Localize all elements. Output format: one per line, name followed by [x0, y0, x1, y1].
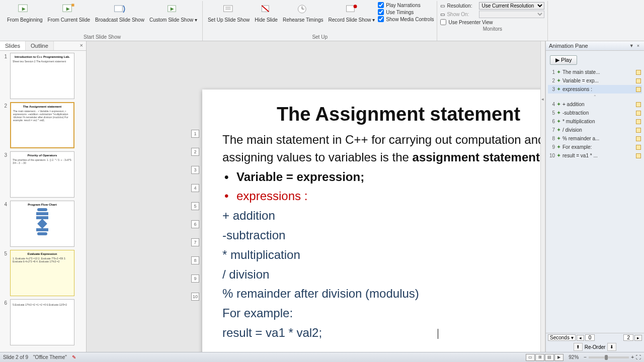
rehearse-button[interactable]: Rehearse Timings [281, 1, 326, 24]
anim-duration-bar [636, 119, 641, 124]
clock-icon [295, 2, 311, 16]
anim-marker[interactable]: 7 [191, 238, 199, 246]
anim-item[interactable]: 8✦% remainder a... [548, 134, 642, 143]
resolution-label: Resolution: [447, 3, 477, 9]
anim-marker[interactable]: 4 [191, 184, 199, 192]
slides-list[interactable]: 1Introduction to C++ Programming Lab.She… [0, 51, 86, 352]
star-icon: ✦ [556, 86, 561, 93]
line-result: result = va1 * val2; [222, 324, 540, 342]
tab-outline[interactable]: Outline [26, 41, 54, 50]
anim-pane-dropdown[interactable]: ▼ [628, 43, 635, 48]
reading-view-button[interactable]: ▤ [545, 354, 554, 361]
svg-rect-5 [114, 6, 122, 12]
anim-item[interactable]: 10✦result = va1 * ... [548, 151, 642, 160]
slide-thumb-item[interactable]: 5Evaluate Expression1. Evaluate 4+2*3 =1… [2, 250, 84, 296]
anim-item[interactable]: 5✦-subtraction [548, 109, 642, 117]
timeline-next[interactable]: ▸ [634, 335, 642, 341]
anim-marker[interactable]: 1 [191, 130, 199, 138]
slide-body[interactable]: The main statement in C++ for carrying o… [222, 131, 540, 342]
from-beginning-button[interactable]: From Beginning [5, 1, 45, 24]
spellcheck-icon[interactable]: ✎ [72, 354, 76, 360]
zoom-slider[interactable] [589, 356, 629, 358]
star-icon: ✦ [556, 118, 561, 125]
zoom-out[interactable]: − [584, 354, 587, 360]
hide-icon [258, 2, 274, 16]
anim-marker[interactable]: 2 [191, 148, 199, 156]
record-button[interactable]: Record Slide Show ▾ [327, 1, 377, 24]
star-icon: ✦ [556, 110, 561, 116]
anim-item[interactable]: 2✦Variable = exp... [548, 76, 642, 85]
bullet-var-expr: Variable = expression; [222, 168, 540, 186]
reorder-label: Re-Order [585, 344, 606, 350]
slide-title[interactable]: The Assignment statement [222, 104, 540, 125]
anim-item[interactable]: 9✦For example: [548, 143, 642, 151]
anim-duration-bar [636, 128, 641, 133]
ribbon-group-monitors: ▭ Resolution: Use Current Resolution ▭ S… [437, 1, 548, 41]
slide-counter: Slide 2 of 9 [3, 354, 28, 360]
zoom-fit[interactable]: ⛶ [636, 354, 641, 360]
sorter-view-button[interactable]: ⊞ [535, 354, 544, 361]
anim-marker[interactable]: 8 [191, 256, 199, 264]
zoom-in[interactable]: + [631, 354, 634, 360]
anim-list[interactable]: 1✦The main state...2✦Variable = exp...3✦… [546, 67, 644, 333]
play-button[interactable]: ▶ Play [550, 55, 577, 65]
slide-thumb-item[interactable]: 4Program Flow Chart [2, 201, 84, 247]
show-media-check[interactable]: Show Media Controls [378, 16, 434, 22]
from-current-button[interactable]: From Current Slide [46, 1, 92, 24]
timeline-end: 2 [623, 334, 633, 341]
collapse-strip[interactable] [540, 41, 545, 352]
zoom-level[interactable]: 92% [569, 354, 579, 360]
slide-editor[interactable]: 12345678910 The Assignment statement The… [87, 41, 540, 352]
custom-show-button[interactable]: Custom Slide Show ▾ [147, 1, 199, 24]
slide-thumb-item[interactable]: 1Introduction to C++ Programming Lab.She… [2, 53, 84, 99]
anim-item[interactable]: 6✦* multiplication [548, 117, 642, 126]
anim-expand-icon[interactable]: ⌃ [548, 94, 642, 100]
custom-show-icon [165, 2, 181, 16]
timeline-prev[interactable]: ◂ [577, 335, 584, 341]
anim-marker[interactable]: 10 [191, 293, 199, 301]
seconds-button[interactable]: Seconds ▾ [548, 334, 576, 341]
play-narrations-check[interactable]: Play Narrations [378, 2, 434, 8]
text-cursor [438, 329, 438, 339]
anim-item[interactable]: 4✦+ addition [548, 100, 642, 109]
anim-marker[interactable]: 6 [191, 220, 199, 228]
reorder-down[interactable]: ⬇ [607, 343, 616, 351]
anim-marker[interactable]: 9 [191, 275, 199, 283]
anim-item[interactable]: 1✦The main state... [548, 68, 642, 76]
showon-label: Show On: [447, 12, 477, 17]
hide-slide-button[interactable]: Hide Slide [253, 1, 280, 24]
slideshow-view-button[interactable]: ▶ [554, 354, 564, 361]
anim-marker[interactable]: 3 [191, 166, 199, 174]
showon-select[interactable] [479, 11, 544, 18]
anim-marker[interactable]: 5 [191, 202, 199, 210]
main-area: Slides Outline × 1Introduction to C++ Pr… [0, 41, 644, 352]
anim-duration-bar [636, 136, 641, 141]
presenter-view-check[interactable]: Use Presenter View [440, 19, 544, 25]
anim-pane-close[interactable]: × [635, 43, 641, 48]
view-buttons: ▭ ⊞ ▤ ▶ [526, 354, 564, 361]
use-timings-check[interactable]: Use Timings [378, 9, 434, 15]
setup-show-button[interactable]: Set Up Slide Show [206, 1, 252, 24]
anim-pane-header: Animation Pane ▼ × [546, 41, 644, 51]
tab-slides[interactable]: Slides [0, 41, 26, 50]
anim-item[interactable]: 3✦expressions : [548, 85, 642, 94]
slides-panel: Slides Outline × 1Introduction to C++ Pr… [0, 41, 87, 352]
broadcast-button[interactable]: Broadcast Slide Show [93, 1, 146, 24]
slide-canvas[interactable]: The Assignment statement The main statem… [202, 89, 540, 352]
ribbon: From Beginning From Current Slide Broadc… [0, 0, 644, 41]
timeline-start: 0 [585, 334, 595, 341]
resolution-select[interactable]: Use Current Resolution [479, 2, 544, 10]
normal-view-button[interactable]: ▭ [526, 354, 535, 361]
animation-pane: Animation Pane ▼ × ▶ Play 1✦The main sta… [545, 41, 644, 352]
slide-thumb-item[interactable]: 65.Evaluate 17%3 =2 =1 =2 =0 6.Evaluate … [2, 299, 84, 345]
slides-panel-close[interactable]: × [77, 41, 86, 50]
anim-duration-bar [636, 102, 641, 107]
ribbon-group-start: From Beginning From Current Slide Broadc… [2, 1, 203, 41]
anim-item[interactable]: 7✦/ division [548, 126, 642, 134]
slide-thumb-item[interactable]: 3Priority of OperatorsThe priorities of … [2, 151, 84, 198]
slide-thumb-item[interactable]: 2The Assignment statementThe main statem… [2, 102, 84, 148]
line-addition: + addition [222, 207, 540, 225]
reorder-up[interactable]: ⬆ [574, 343, 583, 351]
play-icon [17, 2, 33, 16]
anim-duration-bar [636, 153, 641, 158]
